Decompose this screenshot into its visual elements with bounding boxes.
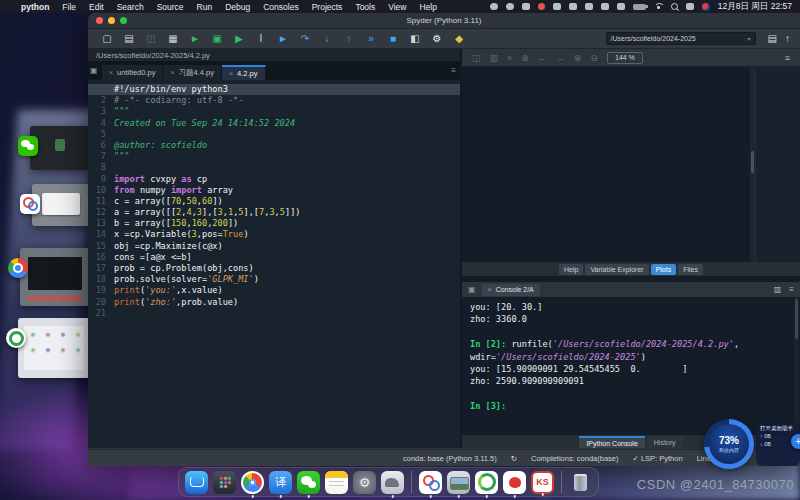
pane-tab-variable-explorer[interactable]: Variable Explorer xyxy=(585,264,648,275)
save-all-button[interactable]: ▦ xyxy=(164,31,182,47)
dock-item-notes[interactable] xyxy=(325,471,348,494)
close-icon[interactable]: × xyxy=(170,69,174,76)
dock-item-launchpad[interactable] xyxy=(213,471,236,494)
editor-tab-习题4.4.py[interactable]: ×习题4.4.py xyxy=(163,65,222,80)
open-file-button[interactable]: ▤ xyxy=(120,31,138,47)
menu-item-edit[interactable]: Edit xyxy=(89,2,104,12)
dock-item-wechat[interactable] xyxy=(297,471,320,494)
pane-icon[interactable]: ▣ xyxy=(468,285,476,294)
dock-item-circles[interactable] xyxy=(419,471,442,494)
plot-zoom-level[interactable]: 144 % xyxy=(607,52,643,64)
dock-item-kuaishou[interactable]: KS xyxy=(531,471,554,494)
run-cell-advance-button[interactable]: ▶ xyxy=(230,31,248,47)
dock-item-finder[interactable] xyxy=(185,471,208,494)
close-window-button[interactable] xyxy=(96,17,103,24)
minimized-window-appgrid[interactable] xyxy=(18,318,90,378)
run-selection-button[interactable]: I xyxy=(252,31,270,47)
menu-item-python[interactable]: python xyxy=(21,2,49,12)
dock-item-settings[interactable]: ⚙ xyxy=(353,471,376,494)
debug-button[interactable]: ► xyxy=(274,31,292,47)
run-button[interactable]: ► xyxy=(186,31,204,47)
minimized-window-browser[interactable] xyxy=(20,248,90,306)
options-icon[interactable]: ≡ xyxy=(789,285,794,294)
step-out-button[interactable]: ↑ xyxy=(340,31,358,47)
minimized-window-dialog[interactable] xyxy=(32,184,90,226)
display-icon[interactable] xyxy=(601,3,609,10)
save-button[interactable]: ◫ xyxy=(142,31,160,47)
zoom-window-button[interactable] xyxy=(120,17,127,24)
previous-plot-button[interactable]: ← xyxy=(538,53,547,63)
menu-item-file[interactable]: File xyxy=(62,2,76,12)
desktop-assistant-widget[interactable]: 73% 剩余内存 打开桌面助手 ↑ 0B ↓ 0B + xyxy=(704,418,800,470)
plots-options-icon[interactable]: ≡ xyxy=(785,53,790,63)
pane-tab-ipython-console[interactable]: IPython Console xyxy=(579,436,644,448)
tab-options-icon[interactable]: ≡ xyxy=(451,66,456,75)
menu-item-view[interactable]: View xyxy=(388,2,406,12)
stop-button[interactable]: ■ xyxy=(384,31,402,47)
continue-button[interactable]: » xyxy=(362,31,380,47)
save-plot-button[interactable]: ◫ xyxy=(472,53,481,63)
editor-tab-4.2.py[interactable]: ×4.2.py xyxy=(222,65,266,80)
dock-item-green-ring[interactable] xyxy=(475,471,498,494)
copy-plot-button[interactable]: ▥ xyxy=(490,53,499,63)
scrollbar-thumb[interactable] xyxy=(795,299,798,339)
zoom-out-button[interactable]: ⊖ xyxy=(590,53,598,63)
mic-icon[interactable] xyxy=(506,3,514,10)
minimize-window-button[interactable] xyxy=(108,17,115,24)
pane-tab-files[interactable]: Files xyxy=(678,264,703,275)
columns-icon[interactable] xyxy=(585,3,593,10)
next-plot-button[interactable]: → xyxy=(556,53,565,63)
console-tab[interactable]: × Console 2/A xyxy=(482,284,540,296)
close-icon[interactable]: × xyxy=(229,70,233,77)
step-over-button[interactable]: ↷ xyxy=(296,31,314,47)
dock-item-trash[interactable] xyxy=(569,471,592,494)
dock-item-chrome[interactable] xyxy=(241,471,264,494)
browse-folder-button[interactable]: ▤ xyxy=(768,33,777,44)
drive-icon[interactable] xyxy=(553,3,561,10)
menu-item-consoles[interactable]: Consoles xyxy=(263,2,298,12)
dock-item-translate[interactable]: 译 xyxy=(269,471,292,494)
browse-tabs-icon[interactable]: ▣ xyxy=(90,66,98,75)
pane-tab-history[interactable]: History xyxy=(647,436,683,448)
battery-icon[interactable] xyxy=(633,4,646,10)
menu-item-help[interactable]: Help xyxy=(420,2,437,12)
status-dot-icon[interactable] xyxy=(702,3,710,11)
switch-icon[interactable] xyxy=(686,3,694,10)
inspect-icon[interactable]: ▥ xyxy=(774,285,782,294)
pane-tab-help[interactable]: Help xyxy=(559,264,583,275)
bluetooth-icon[interactable] xyxy=(617,3,625,10)
mirror-icon[interactable] xyxy=(490,3,498,10)
step-into-button[interactable]: ↓ xyxy=(318,31,336,47)
zoom-in-button[interactable]: ⊕ xyxy=(574,53,582,63)
menu-item-debug[interactable]: Debug xyxy=(225,2,250,12)
search-icon[interactable] xyxy=(671,3,678,10)
record-icon[interactable] xyxy=(538,3,545,10)
completions-status[interactable]: Completions: conda(base) xyxy=(531,454,619,463)
expand-plus-button[interactable]: + xyxy=(791,434,800,449)
dock-item-red-apple[interactable] xyxy=(503,471,526,494)
assistant-panel[interactable]: 打开桌面助手 ↑ 0B ↓ 0B + xyxy=(756,422,800,466)
close-icon[interactable]: × xyxy=(488,286,492,293)
new-file-button[interactable]: ▢ xyxy=(98,31,116,47)
code-editor[interactable]: 123456789101112131415161718192021 #!/usr… xyxy=(88,80,460,448)
editor-tab-untitled0.py[interactable]: ×untitled0.py xyxy=(102,65,163,80)
console-output[interactable]: you: [20. 30.]zho: 3360.0 In [2]: runfil… xyxy=(462,297,800,435)
console-scrollbar[interactable] xyxy=(794,297,799,427)
dock-item-elephant[interactable] xyxy=(381,471,404,494)
pane-tab-plots[interactable]: Plots xyxy=(651,264,677,275)
memory-gauge[interactable]: 73% 剩余内存 xyxy=(704,419,754,469)
shapes-icon[interactable] xyxy=(569,3,577,10)
title-bar[interactable]: Spyder (Python 3.11) xyxy=(88,13,800,29)
python-path-button[interactable]: ◆ xyxy=(450,31,468,47)
refresh-icon[interactable]: ↻ xyxy=(511,454,517,463)
minimized-window-wechat[interactable] xyxy=(30,126,90,170)
menu-item-projects[interactable]: Projects xyxy=(312,2,343,12)
scrollbar-thumb[interactable] xyxy=(751,151,754,173)
menu-item-run[interactable]: Run xyxy=(197,2,213,12)
close-icon[interactable]: × xyxy=(109,69,113,76)
working-directory-selector[interactable]: /Users/scofieldo/2024-2025 ▾ xyxy=(606,32,756,45)
panes-button[interactable]: ◧ xyxy=(406,31,424,47)
menu-item-source[interactable]: Source xyxy=(157,2,184,12)
remove-all-plots-button[interactable]: ⊗ xyxy=(521,53,529,63)
remove-plot-button[interactable]: × xyxy=(507,53,512,63)
